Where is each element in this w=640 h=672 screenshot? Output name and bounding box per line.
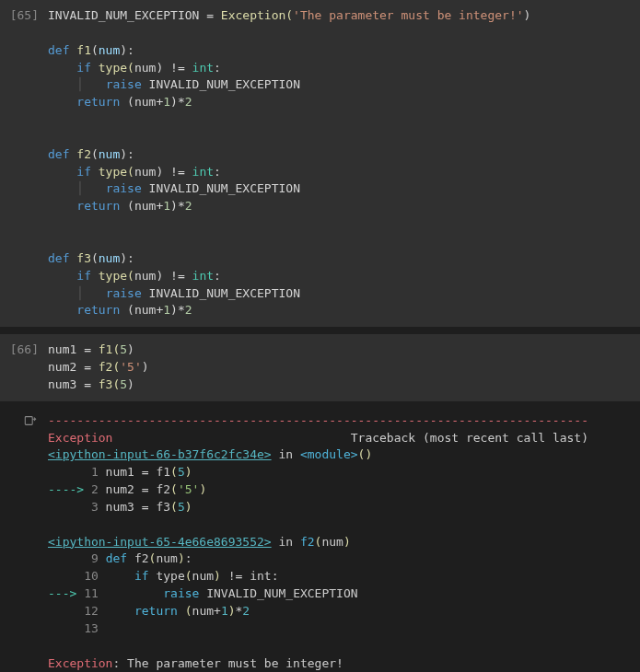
token: = <box>84 342 91 356</box>
token: + <box>214 604 221 618</box>
token: ( <box>127 95 134 109</box>
token: ) <box>127 377 134 391</box>
token: f3( <box>91 377 120 391</box>
token: != <box>170 165 185 179</box>
token: if <box>76 165 98 179</box>
token: 2 <box>91 482 99 496</box>
token: f3 <box>149 500 170 514</box>
token: num <box>134 199 156 213</box>
token <box>99 569 134 583</box>
token: in <box>272 535 300 549</box>
token: if <box>76 269 98 283</box>
token: != <box>170 269 185 283</box>
code-cell-65: [65] INVALID_NUM_EXCEPTION = Exception('… <box>0 0 640 327</box>
token: 9 <box>48 551 99 565</box>
token: 3 <box>48 500 99 514</box>
token: INVALID_NUM_EXCEPTION <box>149 286 300 300</box>
token: 5 <box>178 465 185 479</box>
token: type <box>149 569 185 583</box>
token: 5 <box>120 342 127 356</box>
token <box>178 604 185 618</box>
token: │ <box>76 286 105 300</box>
token <box>99 586 163 600</box>
token: int <box>192 269 214 283</box>
token: ( <box>170 465 178 479</box>
token: ) <box>214 569 221 583</box>
token: int <box>192 61 214 75</box>
token: = <box>142 500 149 514</box>
token: != <box>228 569 243 583</box>
token: │ <box>76 181 105 195</box>
token: num <box>99 43 120 57</box>
token: raise <box>106 181 149 195</box>
token: f1 <box>149 465 170 479</box>
token: f2 <box>300 535 315 549</box>
token: f1( <box>91 342 120 356</box>
token: type( <box>99 61 134 75</box>
code-area[interactable]: INVALID_NUM_EXCEPTION = Exception('The p… <box>48 7 640 319</box>
token: num1 <box>99 465 142 479</box>
token: 13 <box>48 621 99 635</box>
token: if <box>134 569 149 583</box>
token: def <box>48 43 76 57</box>
token <box>48 77 76 91</box>
token: f2 <box>127 551 148 565</box>
output-cell: ----------------------------------------… <box>0 409 640 672</box>
token: 2 <box>185 303 192 317</box>
token: 2 <box>185 199 192 213</box>
token <box>99 604 134 618</box>
token: num3 <box>48 377 84 391</box>
token: ( <box>91 147 99 161</box>
cell-prompt: [66] <box>0 342 48 394</box>
token <box>185 61 192 75</box>
token: num <box>321 535 343 549</box>
token: * <box>178 95 185 109</box>
token: num <box>134 61 156 75</box>
token <box>48 303 76 317</box>
token: : <box>272 569 279 583</box>
token: INVALID_NUM_EXCEPTION <box>48 8 206 22</box>
token <box>48 61 76 75</box>
token: def <box>48 147 76 161</box>
token: num2 <box>99 482 142 496</box>
token: = <box>84 360 91 374</box>
token <box>48 269 76 283</box>
token: num <box>134 269 156 283</box>
token: num2 <box>48 360 84 374</box>
token: ( <box>127 303 134 317</box>
token: ( <box>170 482 178 496</box>
token <box>48 165 76 179</box>
token: 10 <box>48 569 99 583</box>
token: * <box>178 303 185 317</box>
token: * <box>178 199 185 213</box>
token: num <box>134 165 156 179</box>
token <box>48 95 76 109</box>
token: = <box>206 8 214 22</box>
token: num1 <box>48 342 84 356</box>
output-toggle-icon[interactable] <box>24 414 37 672</box>
token: ) <box>170 199 178 213</box>
token: ( <box>185 604 192 618</box>
token: raise <box>106 286 149 300</box>
token: ) <box>170 95 178 109</box>
token <box>99 551 106 565</box>
token: return <box>76 95 127 109</box>
token: 2 <box>185 95 192 109</box>
token: <ipython-input-66-b37f6c2fc34e> <box>48 447 272 461</box>
output-gutter <box>0 412 48 672</box>
token: : <box>214 165 221 179</box>
token: ( <box>185 569 192 583</box>
token: Exception <box>48 656 112 670</box>
token: : <box>214 269 221 283</box>
token: int <box>242 569 271 583</box>
token: f2( <box>91 360 120 374</box>
token: <ipython-input-65-4e66e8693552> <box>48 535 272 549</box>
token: type( <box>99 165 134 179</box>
token: num <box>134 95 156 109</box>
token: 1 <box>48 465 99 479</box>
token: num <box>99 147 120 161</box>
token: in <box>272 447 300 461</box>
token: = <box>142 465 149 479</box>
token: ) <box>156 165 170 179</box>
code-area[interactable]: num1 = f1(5) num2 = f2('5') num3 = f3(5) <box>48 342 640 394</box>
